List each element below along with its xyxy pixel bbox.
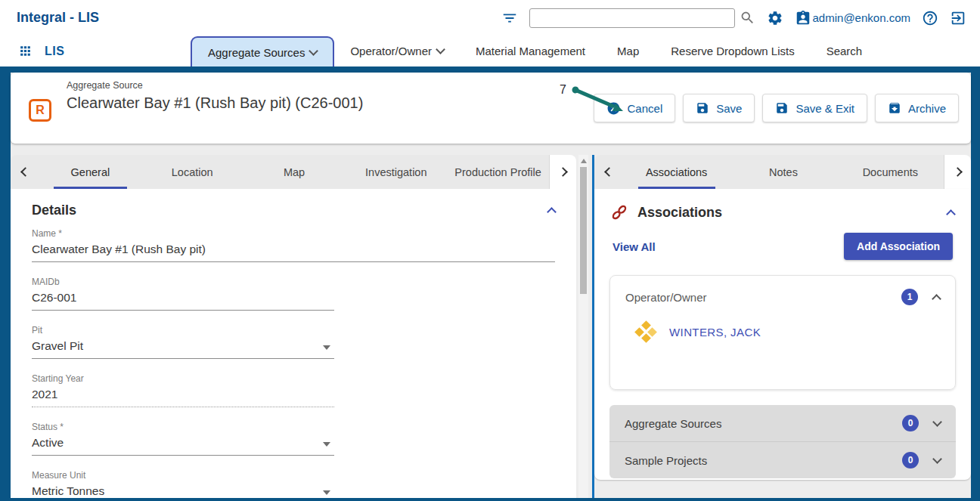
collapse-section-icon[interactable] bbox=[946, 209, 956, 219]
record-type-icon: R bbox=[29, 99, 51, 122]
content-frame: R Aggregate Source Clearwater Bay #1 (Ru… bbox=[0, 66, 980, 501]
archive-icon bbox=[888, 101, 901, 115]
save-icon bbox=[775, 101, 789, 115]
status-select[interactable]: Status * Active bbox=[32, 422, 334, 456]
chevron-right-icon[interactable] bbox=[549, 155, 576, 189]
aggregate-sources-group[interactable]: Aggregate Sources 0 bbox=[609, 405, 956, 441]
chevron-up-icon[interactable] bbox=[932, 294, 941, 304]
chevron-down-icon[interactable] bbox=[932, 417, 942, 427]
search-input[interactable] bbox=[529, 8, 735, 28]
help-icon[interactable] bbox=[922, 10, 938, 26]
measure-unit-select[interactable]: Measure Unit Metric Tonnes bbox=[32, 470, 334, 498]
nav-tab-operator-owner[interactable]: Operator/Owner bbox=[334, 36, 460, 66]
right-panel-tabs: Associations Notes Documents bbox=[594, 155, 971, 189]
gear-icon[interactable] bbox=[767, 10, 783, 26]
top-bar: Integral - LIS admin@enkon.com bbox=[0, 0, 980, 36]
dropdown-arrow-icon bbox=[323, 442, 330, 447]
chevron-left-icon[interactable] bbox=[594, 155, 623, 189]
annotation-arrow: 7 bbox=[540, 82, 627, 119]
nav-app-label: LIS bbox=[45, 45, 64, 58]
tab-map[interactable]: Map bbox=[243, 155, 346, 189]
record-title: Clearwater Bay #1 (Rush Bay pit) (C26-00… bbox=[67, 93, 363, 113]
chevron-right-icon[interactable] bbox=[944, 155, 971, 189]
diamond-cluster-icon bbox=[636, 322, 656, 342]
group-header[interactable]: Operator/Owner 1 bbox=[610, 276, 955, 313]
count-badge: 1 bbox=[901, 289, 918, 305]
save-icon bbox=[696, 101, 709, 115]
save-button[interactable]: Save bbox=[683, 94, 755, 122]
chevron-down-icon[interactable] bbox=[932, 454, 942, 464]
filter-icon[interactable] bbox=[501, 10, 518, 26]
tab-production-profile[interactable]: Production Profile bbox=[447, 155, 549, 189]
logout-icon[interactable] bbox=[950, 10, 966, 26]
tab-documents[interactable]: Documents bbox=[837, 155, 944, 189]
user-account[interactable]: admin@enkon.com bbox=[795, 10, 910, 26]
count-badge: 0 bbox=[902, 452, 919, 469]
link-icon bbox=[611, 204, 628, 221]
chevron-left-icon[interactable] bbox=[11, 155, 39, 189]
name-field[interactable]: Name * Clearwater Bay #1 (Rush Bay pit) bbox=[32, 228, 555, 262]
starting-year-field[interactable]: Starting Year 2021 bbox=[32, 373, 334, 407]
tab-associations[interactable]: Associations bbox=[623, 155, 730, 189]
scrollbar-up-arrow[interactable] bbox=[581, 159, 587, 163]
left-panel-scrollbar[interactable] bbox=[578, 155, 588, 498]
user-badge-icon bbox=[795, 10, 811, 26]
collapse-section-icon[interactable] bbox=[547, 207, 557, 217]
associations-section-title: Associations bbox=[637, 205, 722, 221]
pit-select[interactable]: Pit Gravel Pit bbox=[32, 325, 334, 359]
record-header: R Aggregate Source Clearwater Bay #1 (Ru… bbox=[11, 73, 971, 144]
chevron-down-icon bbox=[436, 45, 445, 54]
sample-projects-group[interactable]: Sample Projects 0 bbox=[609, 441, 956, 478]
archive-button[interactable]: Archive bbox=[875, 94, 959, 122]
tab-location[interactable]: Location bbox=[141, 155, 243, 189]
dropdown-arrow-icon bbox=[323, 345, 330, 350]
associations-card: Associations View All Add Association Op… bbox=[594, 189, 971, 480]
view-all-link[interactable]: View All bbox=[612, 240, 656, 253]
app-title: Integral - LIS bbox=[17, 10, 99, 26]
count-badge: 0 bbox=[902, 415, 919, 431]
right-panel: Associations Notes Documents bbox=[594, 155, 971, 498]
nav-tab-aggregate-sources[interactable]: Aggregate Sources bbox=[191, 36, 334, 66]
left-panel-tabs: General Location Map Investigation Produ… bbox=[11, 155, 576, 189]
scrollbar-thumb[interactable] bbox=[580, 167, 587, 294]
details-section-title: Details bbox=[32, 203, 76, 218]
nav-tab-material-management[interactable]: Material Management bbox=[460, 36, 601, 66]
collapsed-groups: Aggregate Sources 0 Sample Projects 0 bbox=[609, 405, 956, 478]
nav-tab-search[interactable]: Search bbox=[811, 36, 879, 66]
record-type-label: Aggregate Source bbox=[67, 80, 363, 91]
maidb-field[interactable]: MAIDb C26-001 bbox=[32, 277, 334, 311]
left-panel: General Location Map Investigation Produ… bbox=[11, 155, 576, 498]
search-icon[interactable] bbox=[740, 10, 755, 26]
chevron-down-icon bbox=[309, 46, 319, 56]
user-email: admin@enkon.com bbox=[813, 11, 910, 24]
operator-owner-group: Operator/Owner 1 WINTERS, JACK bbox=[609, 275, 956, 390]
tab-notes[interactable]: Notes bbox=[730, 155, 836, 189]
association-item[interactable]: WINTERS, JACK bbox=[610, 313, 955, 351]
tab-general[interactable]: General bbox=[39, 155, 141, 189]
save-and-exit-button[interactable]: Save & Exit bbox=[762, 94, 867, 122]
association-item-link[interactable]: WINTERS, JACK bbox=[669, 326, 761, 339]
add-association-button[interactable]: Add Association bbox=[844, 233, 953, 260]
nav-tab-map[interactable]: Map bbox=[601, 36, 655, 66]
dropdown-arrow-icon bbox=[323, 490, 330, 495]
annotation-number: 7 bbox=[560, 83, 566, 97]
nav-tab-reserve-dropdown-lists[interactable]: Reserve Dropdown Lists bbox=[655, 36, 810, 66]
details-form: Details Name * Clearwater Bay #1 (Rush B… bbox=[11, 189, 576, 498]
main-nav: LIS Aggregate Sources Operator/Owner Mat… bbox=[0, 36, 980, 66]
tab-investigation[interactable]: Investigation bbox=[345, 155, 447, 189]
apps-grid-icon[interactable] bbox=[18, 44, 33, 58]
